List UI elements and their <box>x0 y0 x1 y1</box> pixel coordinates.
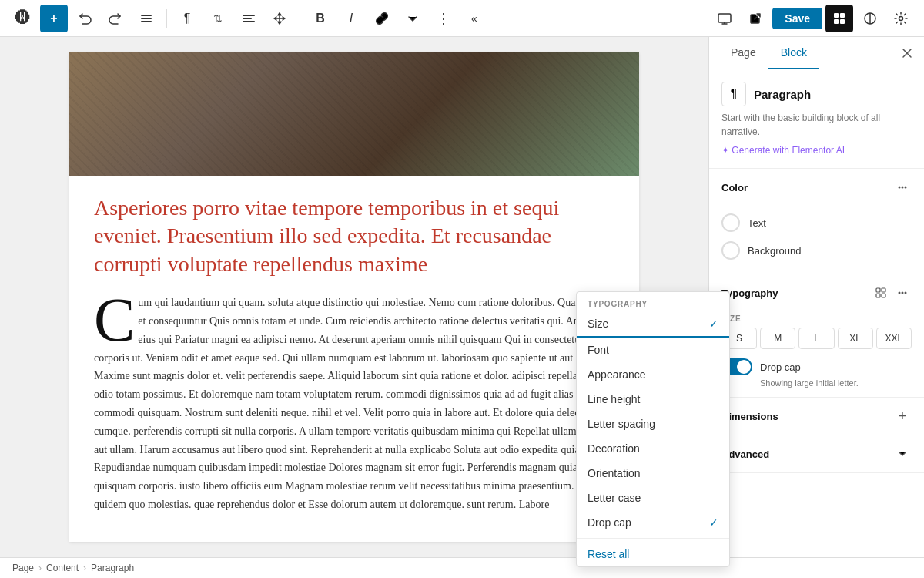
wordpress-logo-button[interactable]: 🅦 <box>9 5 37 32</box>
color-background-option[interactable]: Background <box>721 237 912 264</box>
svg-rect-6 <box>718 14 731 22</box>
paragraph-mark-button[interactable]: ¶ <box>173 5 201 32</box>
sidebar: Page Block ¶ Paragraph Start with the ba… <box>708 37 924 557</box>
main-layout: Asperiores porro vitae tempore temporibu… <box>0 37 924 557</box>
up-down-button[interactable]: ⇅ <box>204 5 232 32</box>
editor-body: Asperiores porro vitae tempore temporibu… <box>69 176 639 542</box>
drop-cap-check-icon: ✓ <box>709 516 718 529</box>
styles-button[interactable] <box>856 5 884 32</box>
block-info: ¶ Paragraph Start with the basic buildin… <box>709 69 924 169</box>
breadcrumb-page[interactable]: Page <box>12 563 34 573</box>
advanced-collapse-button[interactable] <box>893 445 912 463</box>
size-xl-button[interactable]: XL <box>838 328 873 349</box>
advanced-header[interactable]: Advanced <box>709 435 924 472</box>
dropdown-item-appearance[interactable]: Appearance <box>577 362 729 387</box>
size-label: SIZE <box>721 314 912 323</box>
move-button[interactable] <box>266 5 293 32</box>
undo-button[interactable] <box>71 5 99 32</box>
svg-rect-17 <box>882 288 886 292</box>
item-label-letter-spacing: Letter spacing <box>588 418 655 430</box>
text-color-swatch <box>721 213 740 232</box>
separator-2 <box>300 9 300 28</box>
dropdown-item-orientation[interactable]: Orientation <box>577 461 729 486</box>
save-button[interactable]: Save <box>772 8 822 29</box>
background-color-label: Background <box>748 245 801 257</box>
settings-button[interactable] <box>887 5 915 32</box>
check-icon: ✓ <box>709 318 718 330</box>
svg-rect-0 <box>141 15 152 16</box>
editor-heading: Asperiores porro vitae tempore temporibu… <box>94 194 614 278</box>
item-label-drop-cap: Drop cap <box>588 516 631 529</box>
dimensions-header[interactable]: Dimensions + <box>709 398 924 435</box>
more-options-button[interactable]: ⋮ <box>430 5 457 32</box>
dropdown-item-line-height[interactable]: Line height <box>577 387 729 412</box>
dropdown-item-drop-cap[interactable]: Drop cap ✓ <box>577 510 729 535</box>
breadcrumb-sep-1: › <box>38 563 42 573</box>
breadcrumb-content[interactable]: Content <box>46 563 79 573</box>
dimensions-add-button[interactable]: + <box>893 407 912 425</box>
drop-cap-letter: C <box>94 294 135 346</box>
content-wrapper: Asperiores porro vitae tempore temporibu… <box>0 37 924 578</box>
list-view-button[interactable] <box>132 5 160 32</box>
typography-more-button[interactable] <box>893 284 912 302</box>
dropdown-item-font[interactable]: Font <box>577 338 729 362</box>
typography-section-header[interactable]: Typography <box>709 274 924 311</box>
svg-rect-3 <box>243 15 255 16</box>
block-editor-button[interactable] <box>825 5 853 32</box>
item-label-appearance: Appearance <box>588 368 646 381</box>
drop-cap-description: Showing large initial letter. <box>721 378 912 388</box>
drop-cap-toggle-row: Drop cap <box>721 358 912 375</box>
color-options: Text Background <box>709 206 924 274</box>
typography-content: SIZE S M L XL XXL Drop cap Showing large… <box>709 311 924 397</box>
dimensions-title: Dimensions <box>721 411 778 422</box>
svg-rect-4 <box>243 18 252 19</box>
item-label-orientation: Orientation <box>588 467 640 479</box>
dropdown-item-letter-spacing[interactable]: Letter spacing <box>577 412 729 436</box>
color-text-option[interactable]: Text <box>721 209 912 237</box>
size-m-button[interactable]: M <box>760 328 795 349</box>
svg-rect-10 <box>840 19 845 24</box>
collapse-button[interactable]: « <box>460 5 488 32</box>
dimensions-section: Dimensions + <box>709 398 924 435</box>
align-button[interactable] <box>235 5 263 32</box>
add-block-button[interactable]: + <box>40 5 68 32</box>
dropdown-selected-size[interactable]: Size ✓ <box>577 311 729 338</box>
bold-button[interactable]: B <box>306 5 334 32</box>
size-xxl-button[interactable]: XXL <box>876 328 912 349</box>
breadcrumb-paragraph[interactable]: Paragraph <box>91 563 134 573</box>
toolbar: 🅦 + ¶ ⇅ B I ⋮ « Save <box>0 0 924 37</box>
color-section-actions <box>893 178 912 197</box>
italic-button[interactable]: I <box>337 5 365 32</box>
svg-point-20 <box>899 292 901 294</box>
dropdown-item-letter-case[interactable]: Letter case <box>577 486 729 510</box>
redo-button[interactable] <box>102 5 129 32</box>
editor-content: Asperiores porro vitae tempore temporibu… <box>69 52 639 542</box>
color-more-button[interactable] <box>893 178 912 197</box>
selected-item-label: Size <box>588 318 608 330</box>
dropdown-item-decoration[interactable]: Decoration <box>577 436 729 461</box>
item-label-letter-case: Letter case <box>588 492 641 504</box>
dropdown-divider <box>577 538 729 539</box>
desktop-view-button[interactable] <box>711 5 738 32</box>
generate-ai-link[interactable]: ✦ Generate with Elementor AI <box>721 145 912 156</box>
link-button[interactable] <box>368 5 396 32</box>
external-link-button[interactable] <box>742 5 769 32</box>
block-title-row: ¶ Paragraph <box>721 82 912 106</box>
dropdown-button[interactable] <box>399 5 427 32</box>
typography-reset-button[interactable] <box>872 284 890 302</box>
color-section-header[interactable]: Color <box>709 169 924 206</box>
size-l-button[interactable]: L <box>798 328 834 349</box>
svg-rect-5 <box>243 21 255 22</box>
advanced-section: Advanced <box>709 435 924 473</box>
item-label-line-height: Line height <box>588 393 641 405</box>
sidebar-close-button[interactable] <box>896 42 918 64</box>
typography-section: Typography SIZE S M L <box>709 274 924 398</box>
typography-dropdown[interactable]: TYPOGRAPHY Size ✓ Font Appearance Line h… <box>576 291 730 557</box>
dropdown-reset[interactable]: Reset all <box>577 542 729 557</box>
editor-image <box>69 52 639 176</box>
tab-page[interactable]: Page <box>718 37 768 69</box>
color-section: Color Text Background <box>709 169 924 274</box>
tab-block[interactable]: Block <box>768 37 819 69</box>
svg-point-15 <box>905 187 907 189</box>
background-color-swatch <box>721 241 740 260</box>
